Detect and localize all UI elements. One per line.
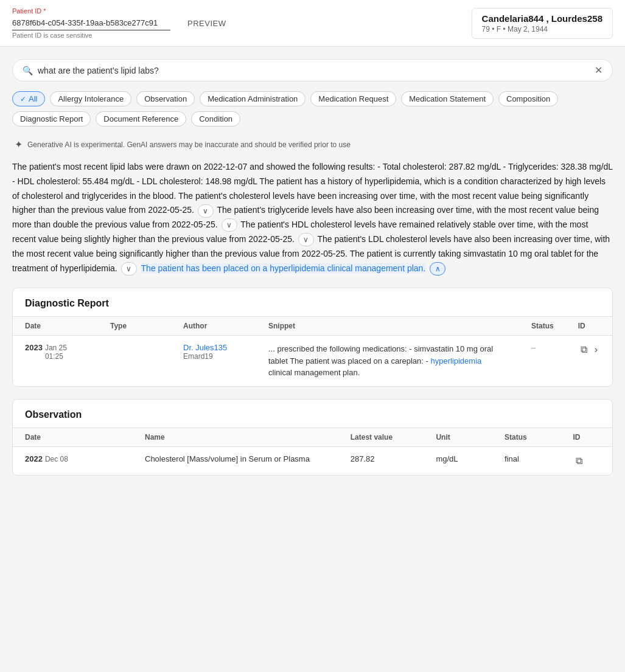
filter-chip-medication-administration[interactable]: Medication Administration — [200, 91, 306, 106]
ai-spark-icon: ✦ — [15, 139, 23, 150]
patient-id-section: Patient ID * Patient ID is case sensitiv… — [12, 7, 170, 39]
obs-date-rest: Dec 08 — [45, 455, 68, 463]
filter-chip-medication-request[interactable]: Medication Request — [310, 91, 396, 106]
date-year: 2023 — [25, 343, 43, 352]
diagnostic-report-title: Diagnostic Report — [13, 288, 612, 316]
filter-label-all: All — [29, 94, 37, 103]
filter-label-medication-request: Medication Request — [318, 94, 388, 103]
expand-row-button[interactable]: › — [592, 343, 600, 356]
obs-date-year: 2022 — [25, 454, 43, 463]
snippet-after: clinical management plan. — [268, 368, 360, 377]
row-date: 2023 Jan 25 01:25 — [13, 336, 98, 386]
table-row: 2022 Dec 08 Cholesterol [Mass/volume] in… — [13, 446, 612, 475]
filter-chip-composition[interactable]: Composition — [498, 91, 558, 106]
filter-label-observation: Observation — [144, 94, 187, 103]
filter-row: ✓ All Allergy Intolerance Observation Me… — [12, 91, 613, 126]
clear-icon[interactable]: ✕ — [595, 64, 602, 76]
ai-response: The patient's most recent lipid labs wer… — [12, 160, 613, 275]
expand-button-3[interactable]: ∨ — [298, 233, 314, 246]
snippet-highlight: hyperlipidemia — [430, 356, 481, 365]
filter-chip-medication-statement[interactable]: Medication Statement — [401, 91, 494, 106]
filter-chip-diagnostic-report[interactable]: Diagnostic Report — [12, 111, 91, 126]
obs-th-status: Status — [492, 428, 561, 446]
obs-copy-id-button[interactable]: ⧉ — [573, 454, 585, 468]
search-input[interactable] — [38, 66, 590, 75]
filter-chip-all[interactable]: ✓ All — [12, 91, 45, 106]
ai-disclaimer-text: Generative AI is experimental. GenAI ans… — [27, 140, 351, 149]
ai-highlighted-text: The patient has been placed on a hyperli… — [141, 263, 427, 273]
row-id: ⧉ › — [566, 336, 612, 386]
observation-table: Date Name Latest value Unit Status ID 20… — [13, 428, 612, 475]
filter-chip-allergy-intolerance[interactable]: Allergy Intolerance — [50, 91, 131, 106]
search-icon: 🔍 — [23, 66, 33, 75]
diagnostic-report-card: Diagnostic Report Date Type Author Snipp… — [12, 288, 613, 387]
th-date: Date — [13, 317, 98, 336]
row-type — [98, 336, 171, 386]
obs-th-latest: Latest value — [338, 428, 424, 446]
search-bar: 🔍 ✕ — [12, 59, 613, 81]
obs-row-name: Cholesterol [Mass/volume] in Serum or Pl… — [133, 446, 338, 475]
obs-row-id: ⧉ — [561, 446, 612, 475]
status-dash: – — [531, 343, 536, 352]
th-type: Type — [98, 317, 171, 336]
patient-id-input[interactable] — [12, 16, 170, 30]
copy-id-button[interactable]: ⧉ — [578, 343, 590, 356]
expand-button-2[interactable]: ∨ — [222, 218, 237, 232]
row-actions: ⧉ › — [578, 343, 600, 356]
expand-button-4[interactable]: ∨ — [121, 262, 137, 275]
header: Patient ID * Patient ID is case sensitiv… — [0, 0, 625, 47]
row-author: Dr. Jules135 Emard19 — [171, 336, 256, 386]
th-snippet: Snippet — [256, 317, 519, 336]
filter-chip-document-reference[interactable]: Document Reference — [96, 111, 186, 126]
row-snippet: ... prescribed the following medications… — [256, 336, 519, 386]
obs-th-name: Name — [133, 428, 338, 446]
main-content: 🔍 ✕ ✓ All Allergy Intolerance Observatio… — [0, 47, 625, 500]
expand-button-5[interactable]: ∧ — [430, 262, 445, 275]
filter-label-medication-admin: Medication Administration — [208, 94, 298, 103]
filter-label-diagnostic-report: Diagnostic Report — [20, 114, 83, 123]
obs-th-unit: Unit — [424, 428, 492, 446]
patient-info-card: Candelaria844 , Lourdes258 79 • F • May … — [472, 8, 613, 39]
date-rest: Jan 25 01:25 — [45, 344, 86, 361]
filter-label-composition: Composition — [506, 94, 550, 103]
obs-row-status: final — [492, 446, 561, 475]
observation-card: Observation Date Name Latest value Unit … — [12, 399, 613, 476]
observation-title: Observation — [13, 400, 612, 428]
author-sub: Emard19 — [183, 352, 244, 361]
diagnostic-report-table: Date Type Author Snippet Status ID 2023 … — [13, 316, 612, 386]
row-status: – — [519, 336, 566, 386]
patient-id-hint: Patient ID is case sensitive — [12, 32, 170, 39]
filter-label-allergy: Allergy Intolerance — [58, 94, 124, 103]
required-marker: * — [41, 7, 46, 15]
th-id: ID — [566, 317, 612, 336]
th-status: Status — [519, 317, 566, 336]
ai-disclaimer: ✦ Generative AI is experimental. GenAI a… — [12, 139, 613, 150]
table-row: 2023 Jan 25 01:25 Dr. Jules135 Emard19 .… — [13, 336, 612, 386]
filter-chip-condition[interactable]: Condition — [191, 111, 240, 126]
author-name: Dr. Jules135 — [183, 343, 244, 352]
obs-th-id: ID — [561, 428, 612, 446]
obs-row-latest: 287.82 — [338, 446, 424, 475]
obs-row-unit: mg/dL — [424, 446, 492, 475]
patient-id-label: Patient ID * — [12, 7, 170, 15]
obs-th-date: Date — [13, 428, 133, 446]
expand-button-1[interactable]: ∨ — [198, 204, 214, 218]
check-icon: ✓ — [20, 95, 26, 103]
th-author: Author — [171, 317, 256, 336]
patient-name: Candelaria844 , Lourdes258 — [482, 13, 602, 24]
filter-label-document-reference: Document Reference — [103, 114, 178, 123]
patient-details: 79 • F • May 2, 1944 — [482, 25, 602, 33]
filter-label-condition: Condition — [199, 114, 232, 123]
filter-label-medication-statement: Medication Statement — [409, 94, 486, 103]
obs-row-date: 2022 Dec 08 — [13, 446, 133, 475]
filter-chip-observation[interactable]: Observation — [136, 91, 195, 106]
preview-button[interactable]: PREVIEW — [183, 16, 231, 30]
